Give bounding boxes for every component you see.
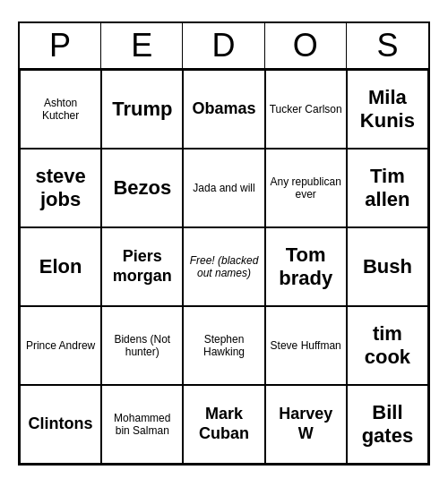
bingo-cell-19: tim cook — [347, 306, 428, 385]
bingo-cell-7: Jada and will — [183, 149, 264, 227]
bingo-cell-4: Mila Kunis — [347, 70, 428, 149]
bingo-cell-8: Any republican ever — [265, 149, 347, 227]
bingo-cell-21: Mohammed bin Salman — [101, 385, 183, 464]
bingo-cell-14: Bush — [347, 227, 428, 306]
bingo-cell-6: Bezos — [101, 149, 183, 227]
header-letter-O: O — [265, 23, 347, 68]
bingo-cell-12: Free! (blacked out names) — [183, 227, 264, 306]
header-letter-D: D — [183, 23, 264, 68]
bingo-card: PEDOS Ashton KutcherTrumpObamasTucker Ca… — [18, 21, 430, 466]
bingo-cell-18: Steve Huffman — [265, 306, 347, 385]
bingo-cell-16: Bidens (Not hunter) — [101, 306, 183, 385]
header-letter-E: E — [101, 23, 183, 68]
bingo-cell-0: Ashton Kutcher — [20, 70, 101, 149]
bingo-cell-17: Stephen Hawking — [183, 306, 264, 385]
bingo-cell-3: Tucker Carlson — [265, 70, 347, 149]
bingo-cell-20: Clintons — [20, 385, 101, 464]
header-letter-S: S — [347, 23, 428, 68]
bingo-cell-9: Tim allen — [347, 149, 428, 227]
bingo-cell-13: Tom brady — [265, 227, 347, 306]
bingo-header: PEDOS — [20, 23, 428, 70]
bingo-cell-15: Prince Andrew — [20, 306, 101, 385]
bingo-grid: Ashton KutcherTrumpObamasTucker CarlsonM… — [20, 70, 428, 464]
bingo-cell-2: Obamas — [183, 70, 264, 149]
bingo-cell-23: Harvey W — [265, 385, 347, 464]
bingo-cell-24: Bill gates — [347, 385, 428, 464]
bingo-cell-11: Piers morgan — [101, 227, 183, 306]
bingo-cell-10: Elon — [20, 227, 101, 306]
bingo-cell-1: Trump — [101, 70, 183, 149]
bingo-cell-5: steve jobs — [20, 149, 101, 227]
header-letter-P: P — [20, 23, 101, 68]
bingo-cell-22: Mark Cuban — [183, 385, 264, 464]
